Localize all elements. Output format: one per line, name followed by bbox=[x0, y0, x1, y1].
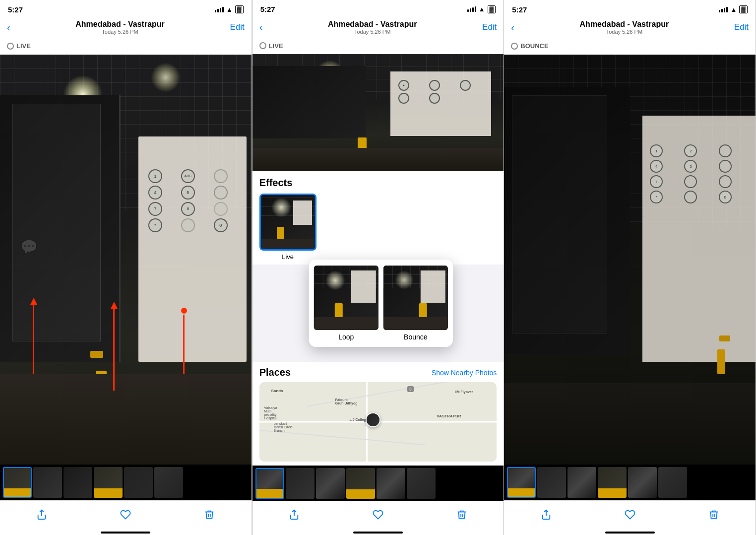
time-1: 5:27 bbox=[8, 5, 23, 14]
signal-icon-1 bbox=[215, 7, 224, 12]
time-2: 5:27 bbox=[260, 5, 275, 13]
thumb-s2-1[interactable] bbox=[255, 468, 284, 499]
back-button-2[interactable]: ‹ bbox=[259, 21, 263, 33]
photo-area-2: ● bbox=[252, 54, 504, 171]
nums-s2: ● bbox=[398, 80, 489, 104]
status-bar-1: 5:27 ▲ ▓ bbox=[0, 0, 252, 18]
thumb-1[interactable] bbox=[3, 467, 32, 498]
map-label-iim: IIM Flyover bbox=[455, 390, 473, 394]
effects-title: Effects bbox=[259, 177, 497, 189]
thumb-s3-6[interactable] bbox=[658, 467, 687, 498]
thumb-s3-2[interactable] bbox=[537, 467, 566, 498]
num-grid-1: 1 ABC 4 5 7 8 * 0 bbox=[148, 169, 244, 232]
thumb-3[interactable] bbox=[63, 467, 92, 498]
heart-button-2[interactable] bbox=[373, 509, 383, 520]
time-3: 5:27 bbox=[512, 5, 527, 14]
edit-button-3[interactable]: Edit bbox=[734, 22, 749, 32]
nav-bar-3: ‹ Ahmedabad - Vastrapur Today 5:26 PM Ed… bbox=[504, 18, 756, 38]
trash-button-2[interactable] bbox=[456, 509, 467, 520]
map-label-sands: Sands bbox=[271, 389, 283, 393]
share-button-1[interactable] bbox=[36, 509, 47, 520]
heart-button-3[interactable] bbox=[625, 509, 635, 520]
status-bar-3: 5:27 ▲ ▓ bbox=[504, 0, 756, 18]
loop-item[interactable]: Loop bbox=[314, 266, 378, 341]
nums-s3: 1 2 4 5 7 * 0 bbox=[650, 144, 751, 203]
effects-row: Live bbox=[259, 194, 497, 261]
bounce-thumb bbox=[383, 266, 448, 330]
wifi-icon-1: ▲ bbox=[226, 6, 233, 13]
live-dot-icon-1 bbox=[7, 43, 14, 50]
map-label-lj: L J College bbox=[350, 418, 368, 421]
scene-1: 1 ABC 4 5 7 8 * 0 💬 bbox=[0, 55, 252, 465]
screen-3: 5:27 ▲ ▓ ‹ Ahmedabad - Vastrapur Today 5… bbox=[504, 0, 756, 535]
floor-s3 bbox=[504, 383, 756, 465]
effect-live[interactable]: Live bbox=[259, 194, 316, 261]
share-button-3[interactable] bbox=[541, 509, 552, 520]
popup-container: Loop Bounce bbox=[252, 265, 504, 362]
live-badge-bar-1: LIVE bbox=[0, 38, 252, 55]
chair-back-s3 bbox=[719, 335, 730, 341]
thumb-s2-3[interactable] bbox=[316, 468, 345, 499]
thumb-6[interactable] bbox=[154, 467, 183, 498]
chair-s3 bbox=[717, 349, 725, 374]
thumb-s3-4[interactable] bbox=[598, 467, 627, 498]
floor-1 bbox=[0, 374, 252, 465]
status-icons-1: ▲ ▓ bbox=[215, 5, 244, 13]
thumb-s2-6[interactable] bbox=[407, 468, 436, 499]
wifi-icon-2: ▲ bbox=[479, 5, 485, 13]
trash-button-1[interactable] bbox=[204, 509, 215, 520]
thumb-4[interactable] bbox=[94, 467, 123, 498]
thumb-2[interactable] bbox=[33, 467, 62, 498]
bounce-badge: BOUNCE bbox=[511, 42, 548, 50]
screen-2: 5:27 ▲ ▓ ‹ Ahmedabad - Vastrapur Today 5… bbox=[252, 0, 504, 535]
loop-bounce-popup: Loop Bounce bbox=[309, 260, 453, 347]
thumbnail-strip-1 bbox=[0, 465, 252, 500]
effects-section: Effects Live bbox=[252, 171, 504, 265]
heart-button-1[interactable] bbox=[120, 509, 131, 520]
photo-area-1: 1 ABC 4 5 7 8 * 0 💬 bbox=[0, 55, 252, 465]
thumb-s2-4[interactable] bbox=[346, 468, 375, 499]
nav-title-3: Ahmedabad - Vastrapur bbox=[580, 20, 669, 29]
nav-title-1: Ahmedabad - Vastrapur bbox=[75, 20, 165, 29]
map-label-lenskart: LenskartMansi CircleBranch bbox=[273, 422, 293, 432]
status-icons-3: ▲ ▓ bbox=[719, 5, 748, 13]
thumbnail-strip-2 bbox=[252, 466, 504, 501]
places-header: Places Show Nearby Photos bbox=[259, 367, 497, 378]
toolbar-3 bbox=[504, 500, 756, 532]
thumb-s2-2[interactable] bbox=[286, 468, 315, 499]
home-indicator-3 bbox=[504, 532, 756, 535]
status-bar-2: 5:27 ▲ ▓ bbox=[252, 0, 504, 18]
back-button-1[interactable]: ‹ bbox=[7, 22, 10, 33]
live-badge-1: LIVE bbox=[7, 42, 31, 50]
signal-icon-3 bbox=[719, 7, 728, 12]
edit-button-2[interactable]: Edit bbox=[482, 22, 497, 32]
title-block-2: Ahmedabad - Vastrapur Today 5:26 PM bbox=[328, 20, 417, 35]
screen-1: 5:27 ▲ ▓ ‹ Ahmedabad - Vastrapur Today 5… bbox=[0, 0, 252, 535]
bounce-item[interactable]: Bounce bbox=[383, 266, 448, 341]
thumb-s3-3[interactable] bbox=[567, 467, 596, 498]
route-num: 3 bbox=[407, 386, 414, 392]
light-2 bbox=[151, 63, 181, 92]
thumb-s3-5[interactable] bbox=[628, 467, 657, 498]
battery-icon-3: ▓ bbox=[739, 5, 748, 13]
places-title: Places bbox=[259, 367, 291, 378]
thumb-s3-1[interactable] bbox=[507, 467, 536, 498]
map-label-vastrapur: VASTRAPUR bbox=[437, 414, 461, 418]
thumb-s2-5[interactable] bbox=[377, 468, 405, 499]
back-button-3[interactable]: ‹ bbox=[511, 22, 514, 33]
scene-3: 1 2 4 5 7 * 0 bbox=[504, 55, 756, 465]
places-section: Places Show Nearby Photos Sands FalquniG… bbox=[252, 362, 504, 466]
share-button-2[interactable] bbox=[289, 509, 300, 520]
floor-s2 bbox=[252, 148, 504, 171]
nav-bar-1: ‹ Ahmedabad - Vastrapur Today 5:26 PM Ed… bbox=[0, 18, 252, 38]
wifi-icon-3: ▲ bbox=[730, 6, 737, 13]
live-badge-2: LIVE bbox=[259, 42, 283, 50]
trash-button-3[interactable] bbox=[708, 509, 719, 520]
thumb-5[interactable] bbox=[124, 467, 153, 498]
toolbar-2 bbox=[252, 501, 504, 532]
signal-icon-2 bbox=[467, 6, 476, 12]
show-nearby-link[interactable]: Show Nearby Photos bbox=[432, 369, 497, 377]
edit-button-1[interactable]: Edit bbox=[230, 22, 244, 32]
live-badge-bar-2: LIVE bbox=[252, 38, 504, 55]
map-label-falquni: FalquniGruh Udhyog bbox=[335, 398, 358, 405]
